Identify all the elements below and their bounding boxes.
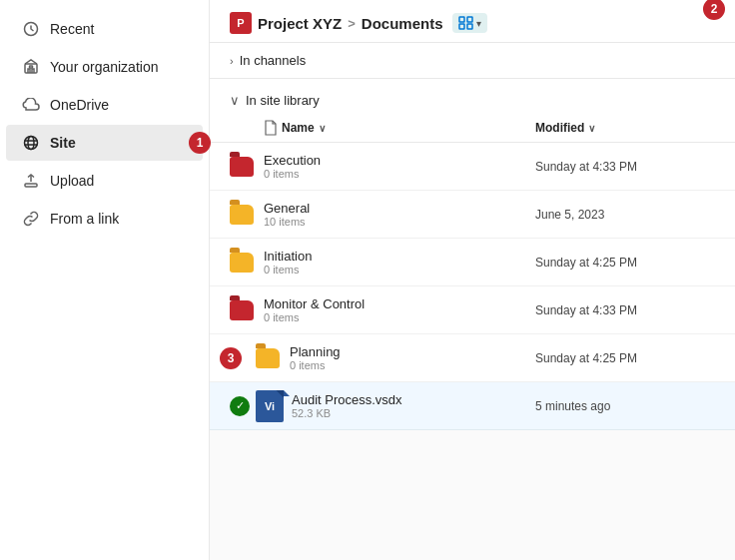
upload-icon [22, 172, 40, 190]
folder-info: Monitor & Control 0 items [264, 296, 535, 323]
sidebar-item-label: Upload [50, 173, 94, 189]
file-list: Name ∨ Modified ∨ Execution 0 items [210, 114, 735, 430]
folder-info: Execution 0 items [264, 153, 535, 180]
folder-name-text: Planning [290, 344, 535, 359]
folder-modified: Sunday at 4:25 PM [535, 256, 715, 270]
chevron-right-icon: › [230, 55, 234, 67]
sidebar-item-your-organization[interactable]: Your organization [6, 49, 203, 85]
file-name-text: Audit Process.vsdx [292, 392, 535, 407]
folder-icon-yellow [256, 348, 280, 368]
folder-meta: 10 items [264, 216, 535, 228]
file-list-header: Name ∨ Modified ∨ [210, 114, 735, 143]
header: P Project XYZ > Documents ▾ 2 [210, 0, 735, 43]
breadcrumb-separator: > [348, 16, 356, 31]
sidebar-item-label: Your organization [50, 59, 158, 75]
table-row[interactable]: 3 Planning 0 items Sunday at 4:25 PM [210, 334, 735, 382]
folder-info: General 10 items [264, 201, 535, 228]
table-row[interactable]: Execution 0 items Sunday at 4:33 PM [210, 143, 735, 191]
table-row[interactable]: Monitor & Control 0 items Sunday at 4:33… [210, 286, 735, 334]
svg-rect-11 [459, 24, 464, 29]
folder-modified: Sunday at 4:33 PM [535, 303, 715, 317]
name-sort-icon: ∨ [319, 123, 326, 134]
svg-point-4 [28, 137, 34, 150]
svg-rect-10 [467, 17, 472, 22]
svg-rect-7 [25, 184, 37, 187]
folder-icon-col [230, 300, 264, 320]
cloud-icon [22, 96, 40, 114]
svg-rect-9 [459, 17, 464, 22]
project-name[interactable]: Project XYZ [258, 15, 342, 32]
col-modified-label[interactable]: Modified [535, 121, 584, 135]
channels-toggle[interactable]: › In channels [230, 53, 715, 68]
folder-meta: 0 items [264, 168, 535, 180]
table-row[interactable]: General 10 items June 5, 2023 [210, 191, 735, 239]
folder-modified: Sunday at 4:33 PM [535, 160, 715, 174]
file-modified: 5 minutes ago [535, 399, 715, 413]
check-icon: ✓ [230, 396, 250, 416]
sidebar-item-onedrive[interactable]: OneDrive [6, 87, 203, 123]
file-info: Audit Process.vsdx 52.3 KB [292, 392, 535, 419]
badge-1: 1 [189, 132, 211, 154]
sidebar-item-recent[interactable]: Recent [6, 11, 203, 47]
folder-icon-yellow [230, 253, 254, 273]
modified-sort-icon: ∨ [588, 123, 595, 134]
sidebar-item-from-a-link[interactable]: From a link [6, 201, 203, 237]
folder-icon-col [230, 157, 264, 177]
svg-rect-12 [467, 24, 472, 29]
site-library-section: ∨ In site library Name ∨ Modified ∨ [210, 79, 735, 430]
table-row[interactable]: Initiation 0 items Sunday at 4:25 PM [210, 239, 735, 286]
globe-icon [22, 134, 40, 152]
folder-icon-col [256, 348, 290, 368]
chevron-down-icon: ▾ [476, 18, 481, 29]
badge-3: 3 [220, 347, 242, 369]
folder-modified: June 5, 2023 [535, 208, 715, 222]
file-meta: 52.3 KB [292, 407, 535, 419]
folder-icon-yellow [230, 205, 254, 225]
folder-meta: 0 items [264, 311, 535, 323]
folder-name-text: Execution [264, 153, 535, 168]
folder-name-text: General [264, 201, 535, 216]
folder-meta: 0 items [290, 359, 535, 371]
list-item[interactable]: ✓ Vi Audit Process.vsdx 52.3 KB 5 minute… [210, 382, 735, 430]
view-toggle-button[interactable]: ▾ [452, 13, 487, 33]
building-icon [22, 58, 40, 76]
folder-info: Initiation 0 items [264, 249, 535, 276]
chevron-down-icon: ∨ [230, 93, 240, 108]
channels-section: › In channels [210, 43, 735, 79]
folder-icon-col [230, 205, 264, 225]
folder-name-text: Initiation [264, 249, 535, 264]
sidebar-item-label: Recent [50, 21, 94, 37]
col-name-label[interactable]: Name [282, 121, 315, 135]
folder-name[interactable]: Documents [362, 15, 443, 32]
visio-file-icon: Vi [256, 390, 284, 422]
clock-icon [22, 20, 40, 38]
file-header-icon [264, 120, 278, 136]
sidebar-item-label: OneDrive [50, 97, 109, 113]
badge-2: 2 [703, 0, 725, 20]
sidebar-item-upload[interactable]: Upload [6, 163, 203, 199]
folder-meta: 0 items [264, 264, 535, 276]
folder-modified: Sunday at 4:25 PM [535, 351, 715, 365]
main-content: P Project XYZ > Documents ▾ 2 › In chann… [210, 0, 735, 560]
site-library-label: In site library [246, 93, 320, 108]
folder-icon-red [230, 300, 254, 320]
site-library-toggle[interactable]: ∨ In site library [210, 87, 735, 114]
folder-icon-red [230, 157, 254, 177]
breadcrumb: Project XYZ > Documents [258, 15, 442, 32]
sidebar-item-site[interactable]: Site 1 [6, 125, 203, 161]
sidebar: Recent Your organization OneDrive [0, 0, 210, 560]
project-icon: P [230, 12, 252, 34]
sidebar-item-label: Site [50, 135, 76, 151]
svg-rect-2 [30, 66, 33, 68]
folder-info: Planning 0 items [290, 344, 535, 371]
folder-name-text: Monitor & Control [264, 296, 535, 311]
svg-point-3 [25, 137, 38, 150]
folder-icon-col [230, 253, 264, 273]
channels-label: In channels [240, 53, 307, 68]
sidebar-item-label: From a link [50, 211, 119, 227]
link-icon [22, 210, 40, 228]
